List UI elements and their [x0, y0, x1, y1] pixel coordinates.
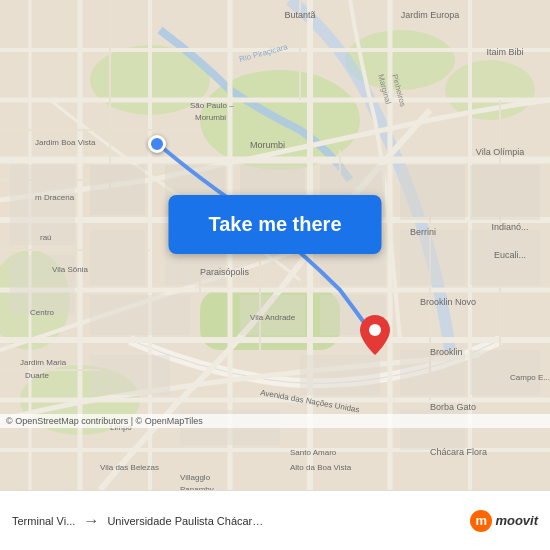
svg-rect-41: [400, 230, 465, 285]
svg-text:Indianó...: Indianó...: [491, 222, 528, 232]
svg-text:Paraisópolis: Paraisópolis: [200, 267, 250, 277]
svg-text:São Paulo –: São Paulo –: [190, 101, 234, 110]
svg-rect-52: [10, 255, 75, 315]
svg-rect-48: [300, 355, 380, 395]
origin-marker: [148, 135, 166, 153]
svg-rect-37: [90, 230, 145, 285]
map-container: Butantã Jardim Europa Itaim Bibi Vila Ol…: [0, 0, 550, 490]
svg-rect-46: [90, 355, 170, 395]
svg-point-90: [369, 324, 381, 336]
svg-text:Borba Gato: Borba Gato: [430, 402, 476, 412]
svg-text:Morumbi: Morumbi: [195, 113, 226, 122]
bottom-bar: Terminal Vi... → Universidade Paulista C…: [0, 490, 550, 550]
svg-text:Brooklin: Brooklin: [430, 347, 463, 357]
svg-text:Itaim Bibi: Itaim Bibi: [486, 47, 523, 57]
destination-label: Universidade Paulista Chácara Santo...: [107, 515, 267, 527]
copyright-text: © OpenStreetMap contributors | © OpenMap…: [0, 414, 550, 428]
svg-rect-53: [470, 165, 540, 220]
origin-label: Terminal Vi...: [12, 515, 75, 527]
route-info: Terminal Vi... → Universidade Paulista C…: [12, 512, 267, 530]
svg-text:m Dracena: m Dracena: [35, 193, 75, 202]
moovit-letter: m: [476, 513, 488, 528]
svg-text:Vila das Belezas: Vila das Belezas: [100, 463, 159, 472]
svg-text:Vila Andrade: Vila Andrade: [250, 313, 296, 322]
moovit-brand-name: moovit: [495, 513, 538, 528]
route-summary: Terminal Vi... → Universidade Paulista C…: [12, 512, 267, 530]
svg-text:Alto da Boa Vista: Alto da Boa Vista: [290, 463, 352, 472]
svg-text:Vila Sônia: Vila Sônia: [52, 265, 88, 274]
svg-rect-40: [400, 165, 465, 220]
svg-text:Morumbi: Morumbi: [250, 140, 285, 150]
svg-text:Duarte: Duarte: [25, 371, 50, 380]
svg-rect-34: [90, 165, 145, 215]
svg-text:Eucali...: Eucali...: [494, 250, 526, 260]
svg-text:Campo E...: Campo E...: [510, 373, 550, 382]
svg-text:Brooklin Novo: Brooklin Novo: [420, 297, 476, 307]
destination-marker: [360, 315, 390, 359]
moovit-logo: m moovit: [470, 510, 538, 532]
svg-text:Berrini: Berrini: [410, 227, 436, 237]
svg-text:Centro: Centro: [30, 308, 55, 317]
moovit-icon: m: [470, 510, 492, 532]
svg-text:Jardim Europa: Jardim Europa: [401, 10, 460, 20]
svg-text:raú: raú: [40, 233, 52, 242]
take-me-there-button[interactable]: Take me there: [168, 195, 381, 254]
svg-text:Santo Amaro: Santo Amaro: [290, 448, 337, 457]
copyright-label: © OpenStreetMap contributors | © OpenMap…: [6, 416, 203, 426]
svg-rect-43: [90, 295, 190, 335]
svg-text:Villagglo: Villagglo: [180, 473, 211, 482]
svg-text:Jardim Boa Vista: Jardim Boa Vista: [35, 138, 96, 147]
svg-text:Butantã: Butantã: [284, 10, 315, 20]
svg-text:Chácara Flora: Chácara Flora: [430, 447, 487, 457]
route-arrow: →: [83, 512, 99, 530]
svg-text:Jardim Maria: Jardim Maria: [20, 358, 67, 367]
svg-text:Vila Olímpia: Vila Olímpia: [476, 147, 524, 157]
